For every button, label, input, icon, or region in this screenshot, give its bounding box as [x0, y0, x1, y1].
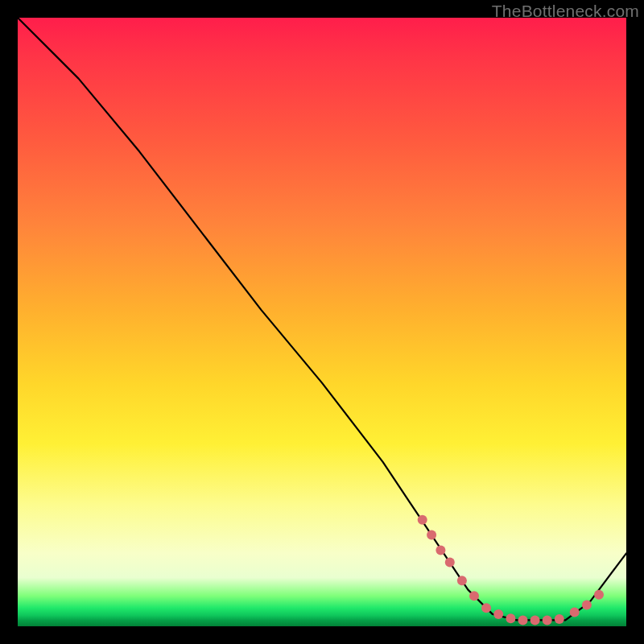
- highlight-dot: [543, 615, 552, 625]
- highlight-dot: [457, 576, 467, 585]
- highlight-dot: [481, 603, 491, 613]
- highlight-dot: [418, 515, 427, 525]
- chart-svg: [18, 18, 626, 626]
- highlight-dot: [436, 546, 445, 555]
- highlight-dot: [469, 591, 479, 601]
- highlight-dot: [570, 608, 580, 617]
- highlight-dot: [427, 530, 436, 540]
- chart-frame: TheBottleneck.com: [0, 0, 644, 644]
- highlight-dot: [555, 614, 564, 624]
- highlight-dot: [594, 590, 604, 600]
- highlight-dot: [506, 613, 515, 623]
- highlight-dot: [530, 615, 540, 625]
- plot-area: [18, 18, 626, 626]
- highlight-dot: [493, 609, 503, 619]
- highlight-dot: [518, 615, 528, 625]
- watermark-text: TheBottleneck.com: [492, 2, 639, 21]
- highlight-dot: [445, 558, 455, 568]
- highlight-dot: [582, 601, 592, 610]
- curve-line: [18, 18, 626, 620]
